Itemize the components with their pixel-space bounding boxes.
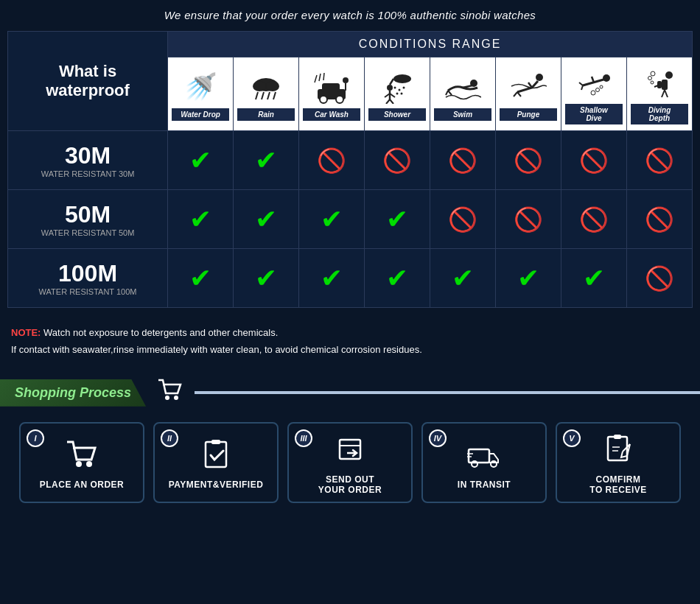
cross-icon: 🚫 [317, 147, 346, 174]
svg-rect-68 [340, 440, 360, 459]
50m-car-wash: ✔ [299, 190, 365, 249]
step1-label: PLACE AN ORDER [40, 480, 125, 490]
waterproof-section: What is waterproof CONDITIONS RANGE 🚿 Wa… [0, 31, 700, 315]
shower-icon [379, 71, 416, 104]
svg-text:🚿: 🚿 [184, 71, 217, 102]
icon-car-wash: Car Wash [299, 57, 365, 131]
30m-meter: 30M [15, 142, 160, 169]
100m-punge: ✔ [495, 249, 561, 308]
30m-description: WATER RESISTANT 30M [15, 169, 160, 178]
step1-roman: I [34, 434, 36, 443]
note-section: NOTE: Watch not exposure to detergents a… [0, 315, 700, 368]
50m-rain: ✔ [234, 190, 299, 249]
cross-icon: 🚫 [382, 147, 412, 174]
shallow-dive-icon [575, 68, 612, 100]
car-wash-icon [313, 71, 350, 104]
svg-point-25 [402, 87, 405, 89]
note-line1: NOTE: Watch not exposure to detergents a… [11, 324, 689, 341]
cross-icon: 🚫 [514, 147, 543, 174]
step1-icon [66, 439, 99, 475]
svg-point-24 [398, 89, 400, 91]
diving-depth-icon [641, 68, 678, 100]
cross-icon: 🚫 [448, 147, 477, 174]
svg-point-13 [320, 96, 327, 103]
step3-roman: III [300, 434, 307, 443]
30m-shower: 🚫 [365, 131, 430, 190]
check-icon: ✔ [255, 263, 277, 293]
note-line2: If contact with seawater,rinse immediate… [11, 341, 689, 358]
50m-meter: 50M [15, 201, 160, 228]
process-steps: I PLACE AN ORDER II PAYMENT&VERIFIED [0, 411, 700, 514]
shopping-process-label: Shopping Process [0, 379, 146, 407]
svg-point-21 [393, 74, 411, 83]
punge-icon [510, 71, 547, 104]
icon-punge: Punge [495, 57, 561, 131]
step-confirm: V COMFIRM TO RECEIVE [556, 422, 681, 503]
30m-water-drop: ✔ [168, 131, 234, 190]
check-icon: ✔ [255, 145, 277, 175]
50m-description: WATER RESISTANT 50M [15, 228, 160, 237]
icon-shallow-dive: ShallowDive [561, 57, 626, 131]
conditions-range-header: CONDITIONS RANGE [168, 32, 693, 57]
swim-icon [444, 71, 481, 104]
rain-label: Rain [237, 108, 295, 121]
svg-point-28 [387, 85, 393, 91]
svg-point-27 [400, 93, 402, 95]
check-icon: ✔ [386, 204, 408, 234]
30m-shallow-dive: 🚫 [561, 131, 626, 190]
step2-label: PAYMENT&VERIFIED [169, 480, 264, 490]
check-icon: ✔ [189, 204, 211, 234]
note-text1: Watch not exposure to detergents and oth… [41, 327, 278, 338]
check-icon: ✔ [386, 263, 408, 293]
check-icon: ✔ [255, 204, 277, 234]
svg-point-62 [165, 396, 169, 400]
check-icon: ✔ [189, 145, 211, 175]
icon-water-drop: 🚿 Water Drop [168, 57, 234, 131]
shower-label: Shower [368, 108, 426, 121]
step5-label: COMFIRM TO RECEIVE [589, 474, 646, 495]
svg-point-45 [603, 74, 610, 82]
svg-point-53 [665, 71, 673, 79]
icon-shower: Shower [365, 57, 430, 131]
water-drop-icon: 🚿 [178, 68, 223, 108]
step5-number: V [563, 429, 581, 447]
100m-label-cell: 100M WATER RESISTANT 100M [8, 249, 168, 308]
step5-roman: V [569, 434, 574, 443]
30m-car-wash: 🚫 [299, 131, 365, 190]
icon-diving-depth: DivingDepth [626, 57, 692, 131]
svg-point-63 [174, 396, 178, 400]
100m-car-wash: ✔ [299, 249, 365, 308]
check-icon: ✔ [321, 263, 343, 293]
check-icon: ✔ [189, 263, 211, 293]
step-place-order: I PLACE AN ORDER [19, 422, 144, 503]
cross-icon: 🚫 [579, 147, 609, 174]
svg-point-40 [536, 74, 543, 81]
swim-label: Swim [434, 108, 491, 121]
rain-icon [248, 71, 284, 104]
what-is-label: What is waterproof [8, 32, 168, 131]
icon-rain: Rain [234, 57, 299, 131]
step-payment: II PAYMENT&VERIFIED [153, 422, 279, 503]
svg-rect-12 [322, 83, 340, 92]
100m-swim: ✔ [430, 249, 495, 308]
check-icon: ✔ [517, 263, 539, 293]
100m-water-drop: ✔ [168, 249, 234, 308]
100m-rain: ✔ [234, 249, 299, 308]
shopping-cart-icon [146, 375, 195, 411]
svg-rect-66 [206, 442, 226, 467]
svg-rect-71 [469, 449, 489, 463]
step3-icon [334, 434, 367, 470]
30m-label-cell: 30M WATER RESISTANT 30M [8, 131, 168, 190]
30m-rain: ✔ [234, 131, 299, 190]
50m-diving-depth: 🚫 [626, 190, 692, 249]
30m-punge: 🚫 [495, 131, 561, 190]
waterproof-table: What is waterproof CONDITIONS RANGE 🚿 Wa… [7, 31, 693, 308]
step4-number: IV [429, 429, 447, 447]
cross-icon: 🚫 [645, 147, 674, 174]
step4-label: IN TRANSIT [458, 480, 511, 490]
svg-point-26 [396, 93, 398, 95]
svg-point-23 [393, 87, 396, 89]
50m-swim: 🚫 [430, 190, 495, 249]
step-send-out: III SEND OUT YOUR ORDER [287, 422, 413, 503]
svg-rect-54 [662, 80, 668, 90]
